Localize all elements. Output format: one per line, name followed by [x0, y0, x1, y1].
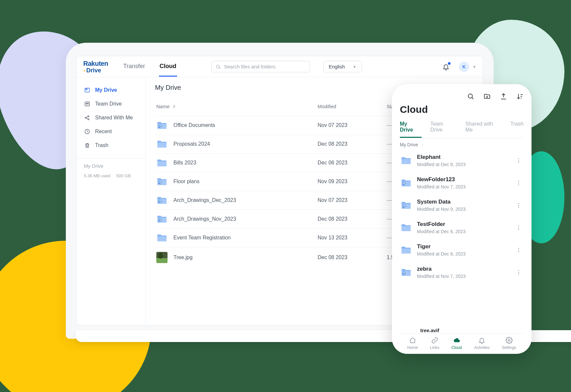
list-item-text: TestFolderModified at Dec 6, 2023	[417, 221, 509, 234]
search-input[interactable]: Search files and folders	[211, 61, 310, 72]
sidebar-item-team-drive[interactable]: Team Drive	[77, 97, 145, 111]
language-selector[interactable]: English ▼	[323, 61, 362, 72]
storage-summary: My Drive 5.36 MB used 500 GB	[77, 158, 145, 178]
brand-line1: Rakuten	[83, 60, 108, 67]
sort-icon[interactable]	[516, 93, 524, 100]
file-name: Bills 2023	[173, 160, 196, 166]
svg-rect-7	[86, 89, 88, 90]
chevron-down-icon: ▼	[353, 65, 356, 69]
list-item-partial[interactable]: tree.avif	[400, 328, 524, 333]
nav-home[interactable]: Home	[407, 337, 418, 350]
phone-bottom-nav: Home Links Cloud Activities Settings	[400, 333, 524, 351]
list-item-text: TigerModified at Dec 8, 2023	[417, 243, 509, 257]
more-menu-icon[interactable]: ⋮	[515, 269, 523, 276]
phone-tab-trash[interactable]: Trash	[510, 120, 524, 138]
nav-label: Links	[430, 345, 439, 350]
file-name: TestFolder	[417, 221, 509, 228]
nav-links[interactable]: Links	[430, 337, 439, 350]
more-menu-icon[interactable]: ⋮	[515, 202, 523, 208]
nav-cloud[interactable]: Cloud	[452, 337, 462, 350]
more-menu-icon[interactable]: ⋮	[515, 180, 523, 186]
list-item-text: System DataModified at Nov 9, 2023	[417, 199, 509, 212]
sidebar-item-label: Team Drive	[95, 101, 122, 107]
avatar-initial: K	[459, 61, 469, 72]
cell-name: Event Team Registration	[156, 233, 318, 242]
file-name: Floor plans	[173, 179, 199, 184]
file-modified: Modified at Nov 7, 2023	[417, 274, 509, 279]
tab-transfer[interactable]: Transfer	[122, 57, 145, 77]
list-item-text: zebraModified at Nov 7, 2023	[417, 266, 509, 279]
file-name: Tiger	[417, 243, 509, 250]
list-item[interactable]: TigerModified at Dec 8, 2023⋮	[400, 239, 524, 261]
sidebar-item-label: My Drive	[95, 87, 117, 93]
account-menu[interactable]: K ▼	[459, 61, 476, 72]
svg-point-4	[216, 65, 219, 68]
nav-label: Settings	[502, 345, 516, 350]
search-icon	[216, 64, 221, 69]
svg-point-29	[468, 94, 473, 98]
file-modified: Modified at Nov 9, 2023	[417, 207, 509, 212]
tab-cloud[interactable]: Cloud	[159, 57, 177, 77]
nav-label: Cloud	[452, 345, 462, 350]
storage-used: 5.36 MB used	[84, 173, 110, 178]
folder-icon	[156, 158, 168, 167]
folder-shared-icon	[401, 201, 412, 210]
upload-icon[interactable]	[500, 93, 507, 100]
trash-icon	[84, 142, 91, 148]
brand-logo: Rakuten Drive	[83, 60, 108, 73]
column-name[interactable]: Name	[156, 104, 318, 109]
sort-arrow-icon	[172, 104, 176, 108]
sidebar-item-my-drive[interactable]: My Drive	[77, 83, 145, 97]
sidebar-item-label: Recent	[95, 129, 112, 135]
notifications-button[interactable]	[442, 63, 450, 70]
cell-name: Bills 2023	[156, 158, 318, 167]
list-item[interactable]: TestFolderModified at Dec 6, 2023⋮	[400, 216, 524, 239]
file-name: Proposals 2024	[173, 141, 210, 147]
file-name: Office Documents	[173, 122, 215, 128]
team-icon	[84, 101, 91, 107]
folder-shared-icon	[156, 214, 168, 224]
sidebar-item-trash[interactable]: Trash	[77, 138, 145, 152]
svg-point-9	[86, 103, 87, 104]
svg-point-36	[508, 339, 510, 341]
list-item[interactable]: ElephantModified at Dec 8, 2023⋮	[400, 149, 524, 172]
list-item-text: ElephantModified at Dec 8, 2023	[417, 154, 509, 167]
drive-icon	[84, 87, 91, 93]
more-menu-icon[interactable]: ⋮	[515, 247, 523, 253]
image-thumbnail	[156, 252, 168, 263]
more-menu-icon[interactable]: ⋮	[515, 225, 523, 231]
folder-icon	[401, 223, 412, 232]
file-name: NewFolder123	[417, 176, 509, 183]
folder-shared-icon	[156, 196, 168, 205]
search-icon[interactable]	[467, 93, 474, 100]
column-modified[interactable]: Modified	[318, 104, 387, 109]
sidebar-item-recent[interactable]: Recent	[77, 125, 145, 138]
file-name: Arch_Drawings_Nov_2023	[173, 216, 236, 222]
file-name: System Data	[417, 199, 509, 205]
column-name-label: Name	[156, 104, 169, 109]
phone-tab-team[interactable]: Team Drive	[430, 120, 457, 138]
list-item[interactable]: zebraModified at Nov 7, 2023⋮	[400, 261, 524, 283]
file-name: Elephant	[417, 154, 509, 160]
list-item[interactable]: System DataModified at Nov 9, 2023⋮	[400, 194, 524, 216]
phone-breadcrumb[interactable]: My Drive ›	[400, 138, 524, 149]
phone-tab-shared[interactable]: Shared with Me	[465, 120, 502, 138]
nav-activities[interactable]: Activities	[474, 337, 489, 350]
file-modified: Modified at Dec 6, 2023	[417, 229, 509, 234]
phone-tab-mydrive[interactable]: My Drive	[400, 120, 422, 138]
cell-modified: Dec 08 2023	[318, 141, 387, 147]
nav-settings[interactable]: Settings	[502, 337, 516, 350]
svg-line-30	[472, 98, 473, 99]
sidebar-item-shared[interactable]: Shared With Me	[77, 111, 145, 125]
phone-title: Cloud	[400, 104, 524, 115]
cell-name: Arch_Drawings_Nov_2023	[156, 214, 318, 224]
new-folder-icon[interactable]	[483, 93, 491, 100]
folder-icon	[156, 139, 168, 149]
file-name: Event Team Registration	[173, 235, 231, 241]
cell-modified: Dec 08 2023	[318, 255, 387, 260]
clock-icon	[84, 129, 91, 135]
more-menu-icon[interactable]: ⋮	[515, 158, 523, 164]
list-item[interactable]: NewFolder123Modified at Nov 7, 2023⋮	[400, 172, 524, 194]
phone-tabs: My Drive Team Drive Shared with Me Trash	[400, 120, 524, 138]
file-name: Arch_Drawings_Dec_2023	[173, 197, 236, 203]
